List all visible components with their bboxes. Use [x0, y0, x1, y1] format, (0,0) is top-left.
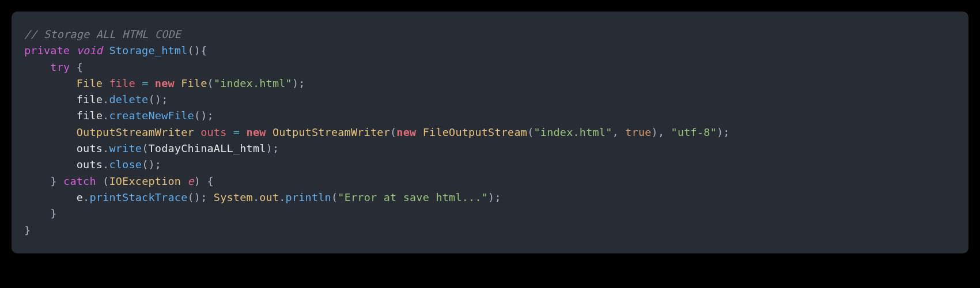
- ctor-osw: OutputStreamWriter: [273, 126, 390, 138]
- call-delete: delete: [109, 93, 148, 105]
- fld-out: out: [259, 191, 279, 203]
- type-file: File: [77, 77, 103, 89]
- kw-new: new: [155, 77, 175, 89]
- call-printstacktrace: printStackTrace: [89, 191, 187, 203]
- arg-today: TodayChinaALL_html: [148, 142, 266, 154]
- kw-private: private: [24, 44, 70, 56]
- code-block: // Storage ALL HTML CODE private void St…: [12, 12, 968, 253]
- code-comment: // Storage ALL HTML CODE: [24, 28, 181, 40]
- ctor-fos: FileOutputStream: [423, 126, 527, 138]
- call-write: write: [109, 142, 142, 154]
- fn-name: Storage_html: [109, 44, 187, 56]
- kw-catch: catch: [63, 175, 96, 187]
- var-outs: outs: [200, 126, 226, 138]
- str-index: "index.html": [214, 77, 292, 89]
- bool-true: true: [625, 126, 651, 138]
- call-createnewfile: createNewFile: [109, 109, 194, 122]
- ctor-file: File: [181, 77, 207, 89]
- var-e: e: [188, 175, 194, 187]
- call-close: close: [109, 158, 142, 170]
- type-ioexception: IOException: [109, 175, 181, 187]
- kw-void: void: [77, 44, 103, 56]
- type-osw: OutputStreamWriter: [77, 126, 194, 138]
- kw-try: try: [50, 61, 70, 73]
- var-file: file: [109, 77, 135, 89]
- cls-system: System: [214, 191, 253, 203]
- str-utf8: "utf-8": [671, 126, 717, 138]
- str-err: "Error at save html...": [338, 191, 488, 203]
- call-println: println: [286, 191, 331, 203]
